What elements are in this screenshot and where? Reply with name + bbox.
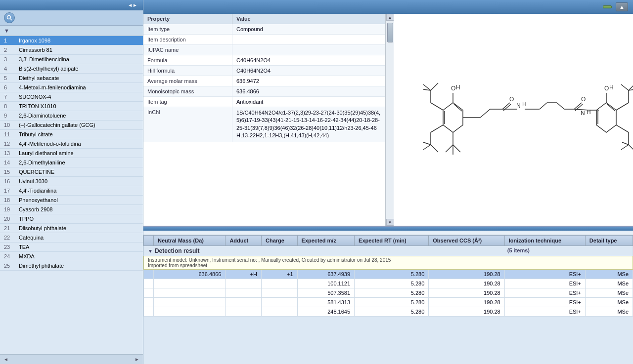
- left-panel: ◄► ▼ 1Irganox 10982Cimassorb 8133,3'-Dim…: [0, 0, 143, 364]
- item-number: 25: [4, 263, 19, 269]
- list-item[interactable]: 5Diethyl sebacate: [0, 74, 143, 83]
- list-item[interactable]: 21Diisobutyl phthalate: [0, 224, 143, 233]
- list-item[interactable]: 18Phenoxyethanol: [0, 196, 143, 205]
- detection-data-row[interactable]: 581.43135.280190.28ESI+MSe: [144, 298, 633, 307]
- detection-data-row[interactable]: 507.35815.280190.28ESI+MSe: [144, 288, 633, 298]
- list-item[interactable]: 33,3'-Dimetilbencidina: [0, 55, 143, 64]
- list-item[interactable]: 24MXDA: [0, 252, 143, 261]
- scroll-down-arrow[interactable]: ▼: [386, 219, 394, 226]
- item-number: 19: [4, 206, 19, 212]
- list-item[interactable]: 1Irganox 1098: [0, 36, 143, 45]
- edit-button[interactable]: [155, 232, 159, 233]
- detection-data-row[interactable]: 248.16455.280190.28ESI+MSe: [144, 307, 633, 317]
- item-number: 9: [4, 113, 19, 119]
- list-item[interactable]: 10(–)-Gallocatechin gallate (GCG): [0, 121, 143, 130]
- compound-body: PropertyValueItem typeCompoundItem descr…: [143, 14, 633, 226]
- group-label: Detection result: [155, 247, 200, 254]
- detection-data-row[interactable]: 100.11215.280190.28ESI+MSe: [144, 279, 633, 288]
- item-name: 4-Metoxi-m-fenilenodiamina: [19, 84, 86, 90]
- list-item[interactable]: 142,6-Dimethylaniline: [0, 158, 143, 167]
- item-name: Irganox 1098: [19, 38, 50, 43]
- list-item[interactable]: 92,6-Diaminotoluene: [0, 111, 143, 121]
- detection-cell: +1: [261, 270, 297, 279]
- item-name: Diethyl sebacate: [19, 75, 59, 81]
- svg-point-0: [7, 16, 11, 19]
- detection-header: [143, 227, 633, 231]
- item-name: 2,6-Dimethylaniline: [19, 160, 65, 165]
- detection-cell: ESI+: [504, 288, 585, 298]
- item-name: SUCONOX-4: [19, 94, 51, 100]
- svg-line-4: [454, 104, 462, 111]
- prop-value: C40H64N2O4: [232, 55, 385, 65]
- list-item[interactable]: 8TRITON X1010: [0, 102, 143, 111]
- list-item[interactable]: 2Cimassorb 81: [0, 45, 143, 55]
- prop-row: Average molar mass636.9472: [143, 76, 385, 86]
- item-number: 22: [4, 235, 19, 241]
- scroll-right-button[interactable]: ►: [133, 356, 141, 363]
- list-item[interactable]: 7SUCONOX-4: [0, 92, 143, 102]
- detection-cell: 190.28: [429, 307, 504, 317]
- item-number: 23: [4, 244, 19, 250]
- item-name: TRITON X1010: [19, 103, 56, 109]
- detection-cell: [144, 288, 154, 298]
- prop-row: Item typeCompound: [143, 24, 385, 35]
- item-number: 7: [4, 94, 19, 100]
- list-item[interactable]: 16Uvinul 3030: [0, 177, 143, 186]
- detection-cell: [226, 298, 262, 307]
- prop-value: Antioxidant: [232, 97, 385, 107]
- item-number: 15: [4, 169, 19, 175]
- list-item[interactable]: 174,4'-Tiodianilina: [0, 186, 143, 196]
- item-name: (–)-Gallocatechin gallate (GCG): [19, 122, 95, 128]
- list-item[interactable]: 4Bis(2-ethylhexyl) adipate: [0, 64, 143, 74]
- item-name: Bis(2-ethylhexyl) adipate: [19, 66, 78, 72]
- structure-panel: O H: [394, 14, 633, 226]
- svg-text:O: O: [604, 85, 609, 92]
- scroll-up-arrow[interactable]: ▲: [386, 14, 394, 21]
- delete-button[interactable]: [163, 232, 167, 233]
- detection-cell: [226, 279, 262, 288]
- list-item[interactable]: 23TEA: [0, 243, 143, 252]
- svg-text:N: N: [581, 110, 585, 117]
- item-number: 6: [4, 84, 19, 90]
- right-panel: ▲ PropertyValueItem typeCompoundItem des…: [143, 0, 633, 364]
- list-scrollbar: ◄ ►: [0, 354, 143, 364]
- list-item[interactable]: 64-Metoxi-m-fenilenodiamina: [0, 83, 143, 92]
- molecule-structure-svg: O H: [399, 51, 633, 189]
- list-item[interactable]: 19Cyasorb 2908: [0, 205, 143, 214]
- detection-data-row[interactable]: 636.4866+H+1637.49395.280190.28ESI+MSe: [144, 270, 633, 279]
- scroll-left-button[interactable]: ◄: [2, 356, 10, 363]
- detection-cell: 100.1121: [297, 279, 354, 288]
- detection-col-header: Ionization technique: [504, 236, 585, 246]
- item-number: 21: [4, 225, 19, 231]
- detection-cell: MSe: [585, 307, 633, 317]
- prop-value: 636.4866: [232, 86, 385, 96]
- list-item[interactable]: 13Lauryl diethanol amine: [0, 149, 143, 158]
- prop-label: InChI: [143, 107, 232, 142]
- item-number: 16: [4, 178, 19, 184]
- list-item[interactable]: 20TPPO: [0, 214, 143, 224]
- expand-icon[interactable]: ▼: [148, 248, 153, 254]
- item-number: 17: [4, 188, 19, 194]
- compound-header: ▲: [143, 0, 633, 14]
- scroll-thumb[interactable]: [387, 23, 393, 42]
- item-name: Uvinul 3030: [19, 178, 47, 184]
- props-scrollbar: ▲ ▼: [386, 14, 394, 226]
- add-button[interactable]: [147, 232, 151, 233]
- svg-line-15: [423, 145, 431, 150]
- maximize-button[interactable]: ▲: [616, 2, 628, 11]
- list-item[interactable]: 11Tributyl citrate: [0, 130, 143, 139]
- tools-button[interactable]: [603, 5, 612, 8]
- prop-label: Formula: [143, 55, 232, 65]
- list-item[interactable]: 25Dimethyl phthalate: [0, 261, 143, 271]
- prop-label: Item tag: [143, 97, 232, 107]
- collapse-left-button[interactable]: ◄►: [126, 2, 139, 8]
- list-item[interactable]: 22Catequina: [0, 233, 143, 243]
- tooltip-visible-row: Instrument model: Unknown, Instrument se…: [144, 256, 633, 270]
- prop-row: InChI1S/C40H64N2O4/c1-37(2,3)29-23-27(24…: [143, 107, 385, 142]
- detection-cell: 5.280: [355, 288, 429, 298]
- prop-value: [232, 35, 385, 44]
- detection-table-container: Neutral Mass (Da)AdductChargeExpected m/…: [143, 235, 633, 364]
- list-item[interactable]: 124,4'-Metilenodi-o-toluidina: [0, 139, 143, 149]
- item-number: 11: [4, 131, 19, 137]
- list-item[interactable]: 15QUERCETINE: [0, 167, 143, 177]
